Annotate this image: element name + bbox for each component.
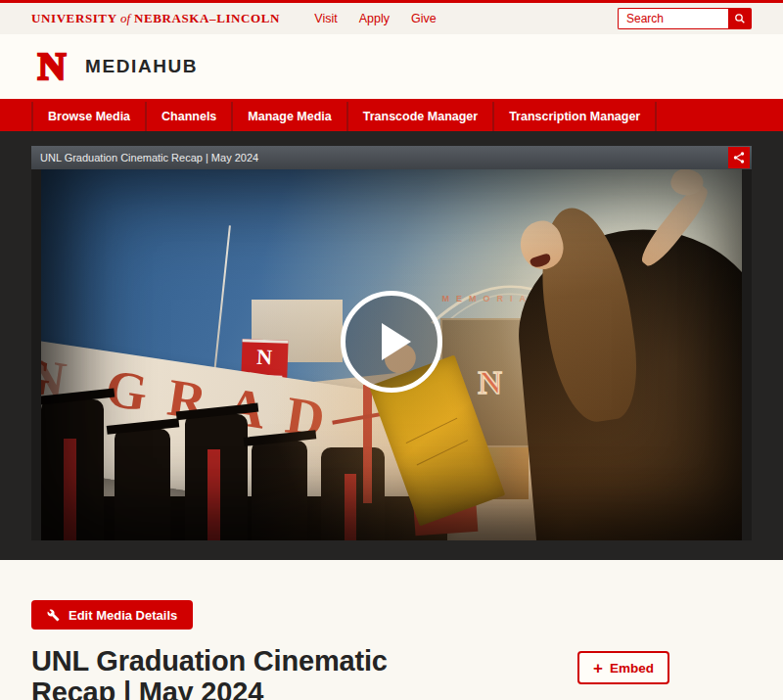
play-button[interactable]	[341, 291, 442, 393]
university-wordmark[interactable]: UNIVERSITY of NEBRASKA–LINCOLN	[31, 11, 280, 26]
player-title-bar: UNL Graduation Cinematic Recap | May 202…	[31, 146, 752, 169]
page-title: UNL Graduation Cinematic Recap | May 202…	[31, 645, 452, 700]
embed-button[interactable]: + Embed	[577, 651, 669, 684]
edit-media-details-button[interactable]: Edit Media Details	[31, 600, 193, 630]
wrench-icon	[47, 609, 60, 622]
play-icon	[382, 323, 411, 360]
crowd-silhouette	[115, 429, 170, 540]
crowd-silhouette	[252, 441, 307, 540]
visit-link[interactable]: Visit	[314, 12, 337, 25]
search-box	[618, 8, 752, 29]
crowd-silhouette	[41, 399, 104, 540]
embed-button-label: Embed	[610, 661, 654, 676]
nav-transcription-manager[interactable]: Transcription Manager	[492, 102, 657, 131]
video-thumbnail: MEMORIAL N N G GRADN W	[41, 169, 742, 540]
share-button[interactable]	[728, 147, 750, 168]
jumbotron-n: N	[478, 364, 502, 401]
side-column: + Embed Related Channels	[577, 600, 752, 700]
media-player-section: UNL Graduation Cinematic Recap | May 202…	[0, 131, 783, 560]
apply-link[interactable]: Apply	[359, 12, 390, 25]
sign-n: N	[256, 343, 273, 373]
player-title: UNL Graduation Cinematic Recap | May 202…	[40, 152, 258, 163]
utility-links: Visit Apply Give	[314, 12, 436, 25]
search-button[interactable]	[728, 8, 752, 29]
red-stole	[64, 439, 76, 540]
magnifier-icon	[734, 12, 746, 25]
envelope-text-lines	[405, 417, 467, 465]
search-input[interactable]	[618, 8, 728, 29]
crowd-silhouette	[185, 414, 248, 540]
university-utility-bar: UNIVERSITY of NEBRASKA–LINCOLN Visit App…	[0, 3, 783, 34]
video-player: UNL Graduation Cinematic Recap | May 202…	[31, 146, 752, 540]
red-scaffold	[363, 385, 372, 503]
nebraska-n-logo-icon: N	[31, 47, 72, 86]
main-nav: Browse Media Channels Manage Media Trans…	[0, 102, 783, 131]
main-column: Edit Media Details UNL Graduation Cinema…	[31, 600, 577, 700]
nav-browse-media[interactable]: Browse Media	[31, 102, 145, 131]
wordmark-part2: of	[120, 11, 130, 25]
give-link[interactable]: Give	[411, 12, 437, 25]
edit-button-label: Edit Media Details	[69, 608, 177, 623]
page-content: Edit Media Details UNL Graduation Cinema…	[0, 560, 783, 700]
share-icon	[732, 151, 746, 164]
wordmark-part1: UNIVERSITY	[31, 11, 116, 25]
red-stole	[345, 474, 357, 540]
svg-text:N: N	[38, 47, 67, 86]
nav-manage-media[interactable]: Manage Media	[231, 102, 345, 131]
app-title: MEDIAHUB	[85, 56, 198, 77]
plus-icon: +	[593, 660, 603, 677]
wordmark-part3: NEBRASKA–LINCOLN	[134, 11, 280, 25]
nav-channels[interactable]: Channels	[145, 102, 231, 131]
site-header: N MEDIAHUB	[0, 34, 783, 102]
red-stole	[207, 449, 220, 540]
crowd-silhouette	[321, 447, 384, 540]
graduate-mouth	[530, 253, 552, 270]
nav-transcode-manager[interactable]: Transcode Manager	[346, 102, 492, 131]
mediahub-home-link[interactable]: N MEDIAHUB	[31, 47, 752, 86]
